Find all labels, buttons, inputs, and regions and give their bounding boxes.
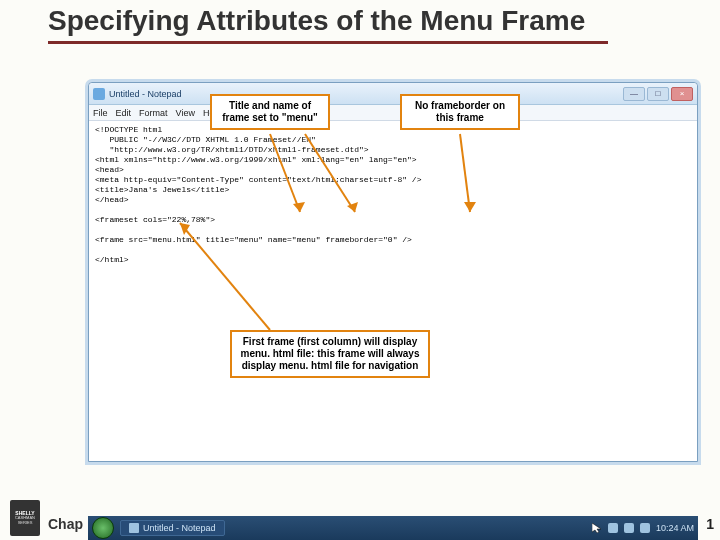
taskbar-notepad-icon	[129, 523, 139, 533]
svg-marker-8	[592, 523, 601, 533]
menu-edit[interactable]: Edit	[116, 108, 132, 118]
menu-view[interactable]: View	[176, 108, 195, 118]
taskbar-item-label: Untitled - Notepad	[143, 523, 216, 533]
callout-title-name: Title and name of frame set to "menu"	[210, 94, 330, 130]
close-button[interactable]: ×	[671, 87, 693, 101]
cursor-icon	[592, 523, 602, 533]
volume-icon[interactable]	[624, 523, 634, 533]
window-title: Untitled - Notepad	[109, 89, 182, 99]
taskbar-item-notepad[interactable]: Untitled - Notepad	[120, 520, 225, 536]
footer-chapter: Chap	[48, 516, 83, 532]
window-titlebar: Untitled - Notepad — □ ×	[89, 83, 697, 105]
menu-format[interactable]: Format	[139, 108, 168, 118]
notepad-window: Untitled - Notepad — □ × File Edit Forma…	[88, 82, 698, 462]
series-line3: SERIES	[18, 521, 33, 525]
slide-heading: Specifying Attributes of the Menu Frame	[48, 6, 608, 37]
page-number: 1	[706, 516, 714, 532]
callout-frameborder: No frameborder on this frame	[400, 94, 520, 130]
network-icon[interactable]	[640, 523, 650, 533]
heading-underline: Specifying Attributes of the Menu Frame	[48, 6, 608, 44]
start-button[interactable]	[92, 517, 114, 539]
menu-file[interactable]: File	[93, 108, 108, 118]
taskbar: Untitled - Notepad 10:24 AM	[88, 516, 698, 540]
notepad-icon	[93, 88, 105, 100]
system-tray: 10:24 AM	[592, 523, 694, 533]
taskbar-clock: 10:24 AM	[656, 523, 694, 533]
notepad-text-area[interactable]: <!DOCTYPE html PUBLIC "-//W3C//DTD XHTML…	[89, 121, 697, 269]
maximize-button[interactable]: □	[647, 87, 669, 101]
window-menubar: File Edit Format View Help	[89, 105, 697, 121]
series-badge: SHELLY CASHMAN SERIES	[10, 500, 40, 536]
callout-first-frame: First frame (first column) will display …	[230, 330, 430, 378]
minimize-button[interactable]: —	[623, 87, 645, 101]
tray-icon[interactable]	[608, 523, 618, 533]
